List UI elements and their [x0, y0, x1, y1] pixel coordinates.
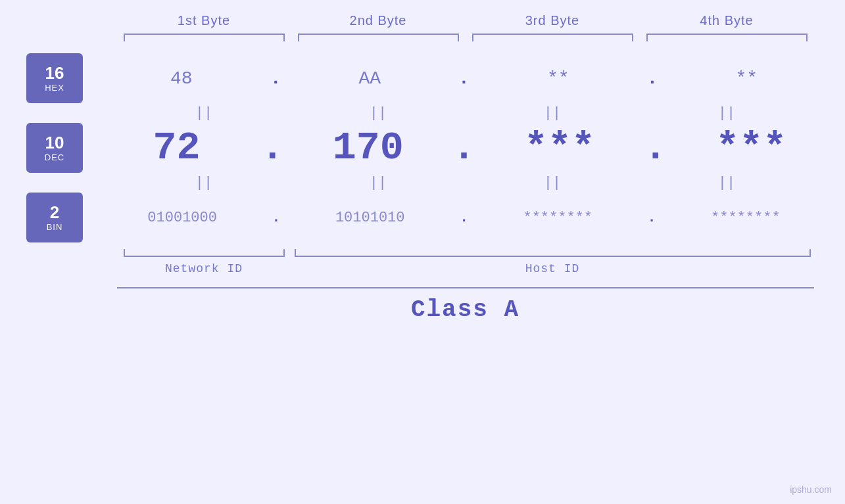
bracket-2 — [298, 34, 459, 41]
host-id-bracket: Host ID — [291, 249, 814, 275]
main-container: 1st Byte 2nd Byte 3rd Byte 4th Byte 16 H… — [0, 0, 845, 504]
bin-byte-4: ******** — [660, 210, 832, 226]
dec-badge-label: DEC — [45, 152, 64, 162]
byte-header-1: 1st Byte — [117, 13, 291, 28]
dec-badge-number: 10 — [45, 133, 64, 152]
eq8: || — [640, 175, 814, 191]
hex-byte-3: ** — [473, 68, 644, 89]
eq6: || — [291, 175, 466, 191]
eq7: || — [466, 175, 640, 191]
bin-dot-3: . — [644, 210, 659, 226]
bin-badge-number: 2 — [50, 203, 59, 222]
bin-badge-label: BIN — [47, 222, 63, 232]
hex-byte-4: ** — [661, 68, 832, 89]
host-id-label: Host ID — [525, 262, 580, 275]
byte-header-4: 4th Byte — [640, 13, 814, 28]
eq2: || — [291, 105, 466, 122]
hex-bytes: 48 . AA . ** . ** — [96, 68, 832, 89]
hex-badge-number: 16 — [45, 64, 64, 83]
top-brackets — [117, 34, 814, 41]
equals-row-1: || || || || — [117, 103, 814, 123]
class-label: Class A — [411, 296, 519, 323]
dec-byte-2: 170 — [287, 126, 448, 170]
bin-bytes: 01001000 . 10101010 . ******** . *******… — [96, 210, 832, 226]
dec-badge: 10 DEC — [26, 123, 83, 173]
hex-row: 16 HEX 48 . AA . ** . ** — [0, 53, 845, 103]
eq3: || — [466, 105, 640, 122]
dec-dot-2: . — [448, 126, 479, 170]
bracket-4 — [646, 34, 808, 41]
bin-dot-2: . — [456, 210, 471, 226]
eq1: || — [117, 105, 291, 122]
hex-byte-1: 48 — [96, 68, 267, 89]
dec-row: 10 DEC 72 . 170 . *** . *** — [0, 123, 845, 173]
equals-row-2: || || || || — [117, 173, 814, 193]
dec-byte-1: 72 — [96, 126, 257, 170]
class-row: Class A — [117, 287, 814, 323]
dec-byte-3: *** — [479, 126, 640, 170]
hex-badge: 16 HEX — [26, 53, 83, 103]
network-id-label: Network ID — [165, 262, 243, 275]
dec-dot-1: . — [257, 126, 287, 170]
bin-dot-1: . — [268, 210, 283, 226]
bin-byte-1: 01001000 — [96, 210, 268, 226]
hex-byte-2: AA — [284, 68, 455, 89]
bracket-3 — [472, 34, 633, 41]
class-bracket-line — [117, 287, 814, 288]
dec-byte-4: *** — [671, 126, 832, 170]
network-id-bracket: Network ID — [117, 249, 291, 275]
network-bracket-line — [124, 249, 285, 257]
byte-headers: 1st Byte 2nd Byte 3rd Byte 4th Byte — [117, 13, 814, 28]
bin-badge: 2 BIN — [26, 193, 83, 242]
bin-row: 2 BIN 01001000 . 10101010 . ******** . *… — [0, 193, 845, 242]
hex-dot-2: . — [455, 68, 473, 89]
bottom-brackets: Network ID Host ID — [117, 249, 814, 275]
bin-byte-2: 10101010 — [284, 210, 456, 226]
byte-header-2: 2nd Byte — [291, 13, 466, 28]
bracket-1 — [124, 34, 285, 41]
eq5: || — [117, 175, 291, 191]
dec-dot-3: . — [640, 126, 671, 170]
bin-byte-3: ******** — [471, 210, 644, 226]
hex-badge-label: HEX — [45, 83, 64, 93]
eq4: || — [640, 105, 814, 122]
hex-dot-1: . — [267, 68, 285, 89]
host-bracket-line — [295, 249, 811, 257]
watermark: ipshu.com — [790, 484, 832, 495]
hex-dot-3: . — [644, 68, 662, 89]
byte-header-3: 3rd Byte — [466, 13, 640, 28]
dec-bytes: 72 . 170 . *** . *** — [96, 126, 832, 170]
